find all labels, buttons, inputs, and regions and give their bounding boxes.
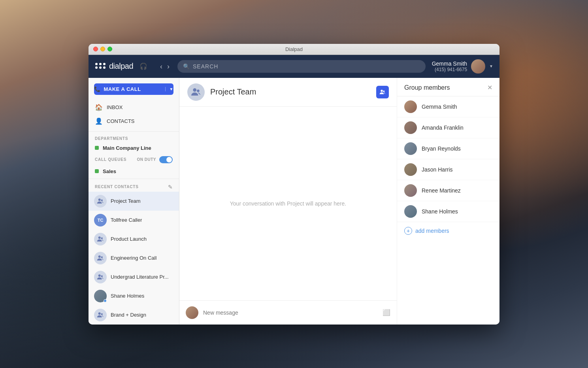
- user-dropdown-arrow[interactable]: ▼: [489, 64, 493, 68]
- sales-indicator: [95, 169, 99, 173]
- main-company-line[interactable]: Main Company Line: [89, 142, 179, 154]
- attachment-icon[interactable]: ⬜: [383, 309, 390, 316]
- minimize-button[interactable]: [100, 47, 105, 51]
- user-phone: (415) 941-6675: [435, 67, 467, 72]
- svg-point-7: [101, 199, 103, 201]
- svg-point-13: [101, 275, 103, 277]
- make-call-label: MAKE A CALL: [104, 86, 141, 92]
- add-circle-icon: +: [404, 227, 412, 235]
- sales-label: Sales: [103, 168, 116, 174]
- make-call-button[interactable]: 📞 MAKE A CALL ▼: [94, 83, 173, 95]
- contact-item-shane-holmes[interactable]: Shane Holmes: [89, 287, 179, 306]
- headset-icon[interactable]: 🎧: [139, 62, 147, 70]
- logo-text: dialpad: [109, 62, 133, 71]
- recent-contacts-header: RECENT CONTACTS ✎: [89, 181, 179, 192]
- main-company-line-label: Main Company Line: [103, 145, 151, 151]
- panel-title: Group members: [404, 84, 450, 91]
- recent-contacts-label: RECENT CONTACTS: [95, 185, 139, 189]
- close-button[interactable]: [93, 47, 98, 51]
- svg-point-9: [101, 237, 103, 239]
- contact-item-tollfree[interactable]: TC Tollfree Caller: [89, 211, 179, 230]
- empty-message: Your conversation with Project will appe…: [230, 200, 346, 207]
- contact-item-brand-design[interactable]: Brand + Design: [89, 306, 179, 325]
- sidebar-item-inbox[interactable]: 🏠 INBOX: [89, 100, 179, 114]
- search-input[interactable]: [193, 63, 420, 70]
- on-duty-label: ON DUTY: [137, 157, 156, 162]
- sidebar-item-contacts[interactable]: 👤 CONTACTS: [89, 114, 179, 128]
- phone-icon: 📞: [94, 86, 101, 92]
- chat-empty-state: Your conversation with Project will appe…: [179, 107, 397, 300]
- member-avatar-amanda: [404, 121, 417, 134]
- contact-avatar-project-team: [94, 195, 107, 208]
- group-members-button[interactable]: [376, 86, 389, 98]
- contact-avatar-tollfree: TC: [94, 214, 107, 226]
- contact-avatar-undergrad: [94, 271, 107, 283]
- sidebar-nav: 🏠 INBOX 👤 CONTACTS: [89, 99, 179, 130]
- compose-icon[interactable]: ✎: [168, 184, 173, 190]
- divider-1: [89, 131, 179, 132]
- chat-group-avatar: [187, 83, 205, 101]
- member-name-jason: Jason Harris: [422, 166, 453, 173]
- svg-point-2: [103, 63, 106, 65]
- member-name-bryan: Bryan Reynolds: [422, 145, 461, 152]
- contact-avatar-product-launch: [94, 233, 107, 245]
- svg-point-11: [101, 256, 103, 258]
- forward-button[interactable]: ›: [166, 61, 171, 72]
- svg-point-3: [95, 66, 98, 69]
- contact-name-shane: Shane Holmes: [111, 293, 144, 299]
- contacts-label: CONTACTS: [107, 118, 135, 124]
- member-name-amanda: Amanda Franklin: [422, 125, 464, 131]
- chat-footer: ⬜: [179, 300, 397, 325]
- current-user-avatar: [186, 306, 198, 319]
- call-queues-label: CALL QUEUES: [95, 157, 126, 162]
- contact-name-tollfree: Tollfree Caller: [111, 217, 142, 223]
- member-avatar-jason: [404, 163, 417, 176]
- window-controls: [93, 47, 112, 51]
- online-indicator-shane: [104, 299, 107, 302]
- search-icon: 🔍: [183, 63, 190, 70]
- panel-header: Group members ✕: [397, 78, 499, 96]
- svg-point-16: [193, 88, 196, 92]
- member-name-shane: Shane Holmes: [422, 208, 458, 215]
- add-members-button[interactable]: + add members: [397, 222, 499, 240]
- back-button[interactable]: ‹: [158, 61, 164, 72]
- app-header: dialpad 🎧 ‹ › 🔍 Gemma Smith (415) 941-66…: [89, 55, 499, 78]
- chat-title: Project Team: [210, 87, 256, 96]
- app-logo: dialpad: [95, 62, 133, 71]
- call-queues-row: CALL QUEUES ON DUTY: [89, 154, 179, 166]
- maximize-button[interactable]: [107, 47, 112, 51]
- contact-name-product-launch: Product Launch: [111, 236, 147, 242]
- group-members-panel: Group members ✕ Gemma Smith Amanda Frank…: [397, 78, 499, 325]
- contact-name-project-team: Project Team: [111, 198, 141, 204]
- close-panel-button[interactable]: ✕: [487, 85, 492, 91]
- make-call-dropdown[interactable]: ▼: [165, 87, 173, 91]
- member-avatar-shane: [404, 205, 417, 218]
- member-item-jason: Jason Harris: [397, 159, 499, 180]
- sidebar: 📞 MAKE A CALL ▼ 🏠 INBOX 👤 CONTACTS DEPAR…: [89, 78, 179, 325]
- window-title: Dialpad: [285, 46, 303, 52]
- search-bar[interactable]: 🔍: [177, 60, 426, 73]
- contacts-icon: 👤: [95, 117, 103, 125]
- contact-item-product-launch[interactable]: Product Launch: [89, 230, 179, 249]
- contact-item-project-team[interactable]: Project Team: [89, 192, 179, 211]
- contact-item-engineering-on-call[interactable]: Engineering On Call: [89, 249, 179, 268]
- message-input[interactable]: [203, 309, 378, 316]
- divider-2: [89, 179, 179, 179]
- on-duty-toggle[interactable]: [159, 156, 173, 163]
- user-name: Gemma Smith: [432, 60, 467, 67]
- contact-avatar-brand: [94, 309, 107, 321]
- user-avatar[interactable]: [471, 59, 485, 74]
- contact-item-undergrad[interactable]: Undergrad Literature Pr...: [89, 268, 179, 287]
- sales-queue[interactable]: Sales: [89, 166, 179, 177]
- shane-avatar-wrap: [94, 290, 107, 302]
- inbox-label: INBOX: [107, 104, 122, 110]
- svg-point-10: [98, 255, 101, 258]
- titlebar: Dialpad: [89, 44, 499, 55]
- app-window: Dialpad dialpad 🎧 ‹ › 🔍: [89, 44, 499, 325]
- member-name-gemma: Gemma Smith: [422, 104, 457, 110]
- member-item-amanda: Amanda Franklin: [397, 117, 499, 138]
- member-item-shane: Shane Holmes: [397, 201, 499, 222]
- member-avatar-gemma: [404, 100, 417, 113]
- user-details: Gemma Smith (415) 941-6675: [432, 60, 467, 72]
- svg-point-14: [98, 312, 101, 315]
